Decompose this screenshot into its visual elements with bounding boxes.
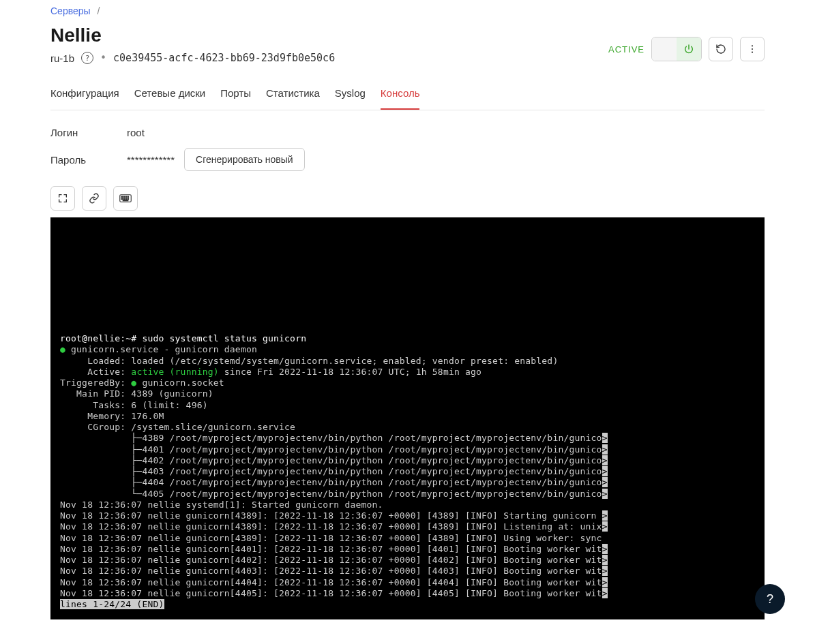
terminal-line: ├─4401 /root/myproject/myprojectenv/bin/… xyxy=(60,444,755,455)
svg-rect-8 xyxy=(121,198,123,200)
server-uuid: c0e39455-acfc-4623-bb69-23d9fb0e50c6 xyxy=(113,52,335,64)
terminal-line: Nov 18 12:36:07 nellie gunicorn[4402]: [… xyxy=(60,555,755,566)
region-help-icon[interactable]: ? xyxy=(81,52,93,64)
terminal[interactable]: root@nellie:~# sudo systemctl status gun… xyxy=(50,217,765,619)
terminal-line: ├─4402 /root/myproject/myprojectenv/bin/… xyxy=(60,455,755,466)
separator-dot: • xyxy=(100,52,106,64)
keyboard-button[interactable] xyxy=(113,186,138,211)
tab-ports[interactable]: Порты xyxy=(220,80,251,110)
svg-rect-9 xyxy=(123,198,125,200)
terminal-line: CGroup: /system.slice/gunicorn.service xyxy=(60,422,755,433)
terminal-line: root@nellie:~# sudo systemctl status gun… xyxy=(60,333,755,344)
svg-rect-10 xyxy=(125,198,127,200)
terminal-line: Nov 18 12:36:07 nellie gunicorn[4405]: [… xyxy=(60,588,755,599)
terminal-line: Nov 18 12:36:07 nellie gunicorn[4389]: [… xyxy=(60,521,755,532)
terminal-line: Memory: 176.0M xyxy=(60,411,755,422)
refresh-button[interactable] xyxy=(709,37,733,61)
svg-point-0 xyxy=(752,45,753,46)
tab-config[interactable]: Конфигурация xyxy=(50,80,119,110)
more-vertical-icon xyxy=(747,44,758,55)
region-label: ru-1b xyxy=(50,52,74,64)
svg-rect-5 xyxy=(123,196,125,198)
power-toggle[interactable] xyxy=(651,37,702,61)
terminal-line: └─4405 /root/myproject/myprojectenv/bin/… xyxy=(60,489,755,500)
link-icon xyxy=(89,193,100,204)
svg-rect-11 xyxy=(128,198,129,200)
more-menu-button[interactable] xyxy=(740,37,765,61)
login-value: root xyxy=(127,127,145,138)
svg-rect-6 xyxy=(125,196,127,198)
login-label: Логин xyxy=(50,127,127,138)
breadcrumb: Серверы / xyxy=(50,5,765,16)
tab-stats[interactable]: Статистика xyxy=(266,80,320,110)
power-icon xyxy=(683,44,694,55)
terminal-line: Nov 18 12:36:07 nellie gunicorn[4403]: [… xyxy=(60,566,755,577)
svg-point-2 xyxy=(752,52,753,53)
terminal-line: Loaded: loaded (/etc/systemd/system/guni… xyxy=(60,356,755,367)
terminal-line: Nov 18 12:36:07 nellie gunicorn[4404]: [… xyxy=(60,577,755,588)
terminal-line: Main PID: 4389 (gunicorn) xyxy=(60,388,755,399)
generate-password-button[interactable]: Сгенерировать новый xyxy=(184,148,305,171)
svg-rect-4 xyxy=(121,196,123,198)
terminal-line: ├─4389 /root/myproject/myprojectenv/bin/… xyxy=(60,433,755,444)
terminal-line: Nov 18 12:36:07 nellie systemd[1]: Start… xyxy=(60,500,755,510)
link-button[interactable] xyxy=(82,186,106,211)
help-fab[interactable]: ? xyxy=(755,584,785,614)
fullscreen-button[interactable] xyxy=(50,186,75,211)
terminal-line: Nov 18 12:36:07 nellie gunicorn[4389]: [… xyxy=(60,510,755,521)
terminal-line: Tasks: 6 (limit: 496) xyxy=(60,400,755,411)
terminal-line: lines 1-24/24 (END) xyxy=(60,599,755,610)
refresh-icon xyxy=(715,44,726,55)
terminal-line: ├─4403 /root/myproject/myprojectenv/bin/… xyxy=(60,466,755,477)
password-value: ************ xyxy=(127,154,175,166)
tabs: КонфигурацияСетевые дискиПортыСтатистика… xyxy=(50,80,765,110)
fullscreen-icon xyxy=(57,193,68,204)
breadcrumb-sep: / xyxy=(98,5,100,16)
page-title: Nellie xyxy=(50,25,335,46)
terminal-line: ● gunicorn.service - gunicorn daemon xyxy=(60,344,755,355)
password-label: Пароль xyxy=(50,154,127,166)
keyboard-icon xyxy=(119,194,132,203)
svg-rect-7 xyxy=(128,196,129,198)
breadcrumb-servers[interactable]: Серверы xyxy=(50,5,91,16)
status-badge: ACTIVE xyxy=(608,44,644,55)
terminal-line: TriggeredBy: ● gunicorn.socket xyxy=(60,378,755,388)
tab-disks[interactable]: Сетевые диски xyxy=(134,80,206,110)
tab-console[interactable]: Консоль xyxy=(381,80,420,110)
svg-point-1 xyxy=(752,48,753,50)
terminal-line: Active: active (running) since Fri 2022-… xyxy=(60,367,755,378)
svg-rect-12 xyxy=(123,200,128,201)
terminal-line: Nov 18 12:36:07 nellie gunicorn[4401]: [… xyxy=(60,544,755,555)
terminal-line: ├─4404 /root/myproject/myprojectenv/bin/… xyxy=(60,477,755,488)
terminal-line: Nov 18 12:36:07 nellie gunicorn[4389]: [… xyxy=(60,533,755,544)
tab-syslog[interactable]: Syslog xyxy=(335,80,366,110)
